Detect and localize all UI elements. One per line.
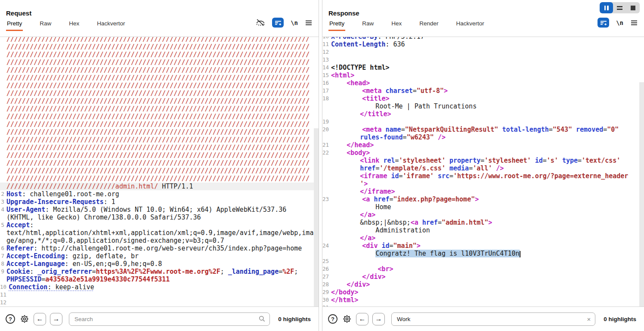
line-number: 29 xyxy=(322,288,331,296)
line-number xyxy=(0,237,6,244)
help-icon[interactable]: ? xyxy=(5,314,15,324)
code-line: 21 </head> xyxy=(322,141,644,149)
menu-icon[interactable] xyxy=(630,20,638,26)
code-line: ////////////////////////////////////////… xyxy=(0,121,319,128)
code-line: (KHTML, like Gecko) Chrome/138.0.0.0 Saf… xyxy=(0,213,319,221)
settings-gear-icon[interactable] xyxy=(342,314,352,324)
line-number: 12 xyxy=(322,48,331,56)
request-search-input[interactable] xyxy=(69,312,270,326)
tab-raw[interactable]: Raw xyxy=(39,18,52,31)
tab-hackvertor[interactable]: Hackvertor xyxy=(96,18,126,31)
tab-hackvertor[interactable]: Hackvertor xyxy=(455,18,485,31)
request-editor[interactable]: ////////////////////////////////////////… xyxy=(0,37,319,306)
help-icon[interactable]: ? xyxy=(328,314,338,324)
prettify-icon[interactable] xyxy=(272,18,284,28)
line-number: 25 xyxy=(322,257,331,265)
line-number xyxy=(0,213,6,221)
line-number: 31 xyxy=(322,304,331,306)
line-number xyxy=(322,234,329,242)
tab-hex[interactable]: Hex xyxy=(390,18,402,31)
request-scrollbar[interactable] xyxy=(314,128,319,306)
line-number: 5 xyxy=(0,221,6,229)
code-line: ////////////////////////////////////////… xyxy=(0,97,319,105)
request-search-bar: ? ← → 0 highlights xyxy=(0,306,319,331)
line-number xyxy=(0,229,6,237)
newline-icon[interactable]: \n xyxy=(616,19,623,26)
line-number xyxy=(0,183,6,190)
text-cursor xyxy=(520,251,520,257)
tab-hex[interactable]: Hex xyxy=(68,18,80,31)
line-number xyxy=(0,37,6,43)
tab-render[interactable]: Render xyxy=(418,18,439,31)
line-number: 30 xyxy=(322,296,331,304)
line-number: 27 xyxy=(322,273,331,281)
line-number: 3 xyxy=(0,198,6,206)
line-number xyxy=(322,157,329,164)
code-line: ////////////////////////////////////////… xyxy=(0,175,319,183)
line-number xyxy=(0,167,6,175)
line-number xyxy=(322,211,329,219)
next-match-button[interactable]: → xyxy=(50,313,62,325)
line-number xyxy=(0,128,6,136)
request-highlights-count: 0 highlights xyxy=(278,316,311,322)
line-number xyxy=(322,219,329,226)
line-number: 21 xyxy=(322,141,331,149)
code-line: &nbsp;|&nbsp;<a href="admin.html"> xyxy=(322,219,644,226)
tab-raw[interactable]: Raw xyxy=(361,18,375,31)
line-number xyxy=(0,136,6,144)
menu-icon[interactable] xyxy=(305,20,313,26)
tab-pretty[interactable]: Pretty xyxy=(328,18,345,31)
code-line: ////////////////////////////////////////… xyxy=(0,74,319,82)
line-number: 15 xyxy=(322,71,331,79)
code-line: ////////////////////////////////////////… xyxy=(0,51,319,59)
line-number xyxy=(0,275,6,283)
request-tabbar: PrettyRawHexHackvertor xyxy=(0,17,319,31)
prettify-icon[interactable] xyxy=(598,18,609,28)
code-line: 14<!DOCTYPE html> xyxy=(322,64,644,71)
code-line: ////////////////////////////////////////… xyxy=(0,43,319,51)
code-line: Root-Me | Path Truncations xyxy=(322,102,644,110)
line-number: 8 xyxy=(0,260,6,268)
next-match-button[interactable]: → xyxy=(372,313,385,325)
code-line: ////////////////////////////////////////… xyxy=(0,159,319,167)
tab-pretty[interactable]: Pretty xyxy=(6,18,23,31)
settings-gear-icon[interactable] xyxy=(19,314,30,324)
line-number: 26 xyxy=(322,265,331,273)
line-number: 23 xyxy=(322,195,331,203)
line-number xyxy=(0,113,6,121)
code-line: PHPSESSID=a43563a2e51a9919e4330c77544f53… xyxy=(0,275,319,283)
newline-icon[interactable]: \n xyxy=(291,19,298,26)
arrow-right-icon: → xyxy=(53,315,60,323)
eye-hidden-icon[interactable] xyxy=(256,19,265,27)
message-editor: Request PrettyRawHexHackvertor xyxy=(0,0,644,331)
code-line: ////////////////////////////admin.html/ … xyxy=(0,183,319,190)
code-line: 18 <title> xyxy=(322,95,644,102)
code-line: ////////////////////////////////////////… xyxy=(0,128,319,136)
code-line: ////////////////////////////////////////… xyxy=(0,136,319,144)
response-editor[interactable]: 10X-Powered-By: PHP/5.2.1711Content-Leng… xyxy=(322,37,644,306)
clear-search-icon[interactable]: × xyxy=(587,316,591,323)
previous-match-button[interactable]: ← xyxy=(34,313,46,325)
code-line: ////////////////////////////////////////… xyxy=(0,152,319,159)
code-line: rules-found="w6243" /> xyxy=(322,133,644,141)
line-number: 17 xyxy=(322,87,331,95)
code-line: 11 xyxy=(0,291,319,299)
response-search-input[interactable] xyxy=(391,312,595,326)
line-number xyxy=(0,175,6,183)
line-number xyxy=(0,43,6,51)
arrow-right-icon: → xyxy=(375,315,382,323)
code-line: 13 xyxy=(322,56,644,64)
line-number: 13 xyxy=(322,56,331,64)
response-scrollbar[interactable] xyxy=(639,82,644,306)
code-line: Home xyxy=(322,203,644,211)
code-line: 16 <head> xyxy=(322,79,644,87)
panel-divider[interactable] xyxy=(319,0,322,331)
code-line: 8Accept-Language: en-US,en;q=0.9,he;q=0.… xyxy=(0,260,319,268)
svg-text:?: ? xyxy=(9,316,12,322)
arrow-left-icon: ← xyxy=(359,315,366,323)
code-line: <iframe id='iframe' src='https://www.roo… xyxy=(322,172,644,180)
code-line: 25 xyxy=(322,257,644,265)
code-line: Administration xyxy=(322,226,644,234)
previous-match-button[interactable]: ← xyxy=(356,313,368,325)
code-line: </a> xyxy=(322,211,644,219)
